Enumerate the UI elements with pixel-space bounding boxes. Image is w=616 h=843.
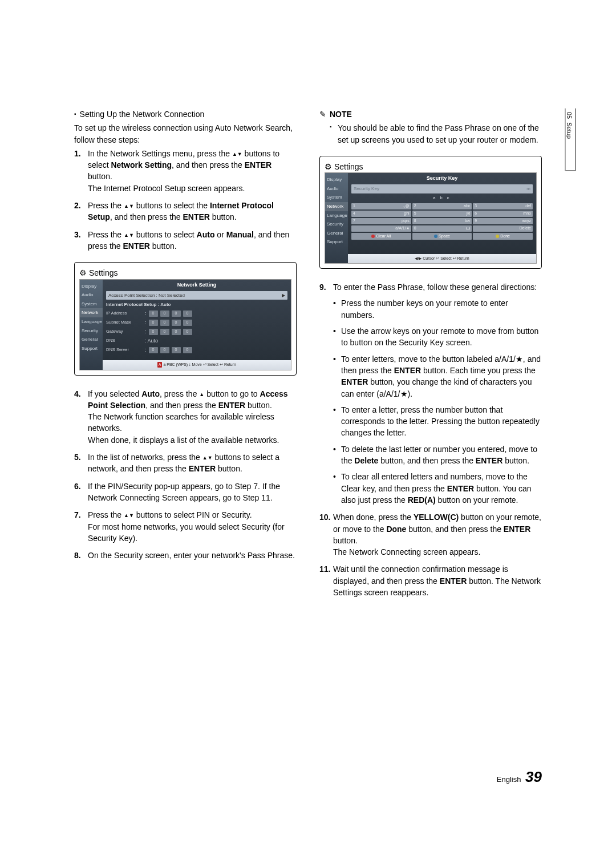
panel2-main: Security Key Security Keym a b c 1.,@2ab… [348, 173, 536, 263]
step-10: 10. When done, press the YELLOW(C) butto… [319, 511, 542, 558]
page-footer: English 39 [497, 768, 542, 786]
step-4: 4. If you selected Auto, press the ▲ but… [74, 388, 297, 446]
note-item: You should be able to find the Pass Phra… [330, 122, 542, 146]
settings-panel-network: ⚙ Settings Display Audio System Network … [74, 262, 297, 375]
keypad-key: 9wxyz [473, 218, 533, 224]
step-7: 7. Press the ▲▼ buttons to select PIN or… [74, 509, 297, 544]
keypad-key: 2abc [412, 203, 472, 209]
keypad-key: 6mno [473, 211, 533, 217]
note-heading: NOTE [319, 108, 542, 120]
step-6: 6. If the PIN/Security pop-up appears, g… [74, 481, 297, 504]
step-8: 8. On the Security screen, enter your ne… [74, 550, 297, 561]
keypad-key: 0⌴ [412, 225, 472, 232]
page-number: 39 [525, 768, 542, 785]
left-column: Setting Up the Network Connection To set… [74, 108, 297, 604]
step-11: 11. Wait until the connection confirmati… [319, 563, 542, 598]
settings-panel-security: ⚙ Settings Display Audio System Network … [319, 156, 542, 269]
keypad-key: 4ghi [351, 211, 411, 217]
step-3: 3. Press the ▲▼ buttons to select Auto o… [74, 229, 297, 252]
keypad-key: Delete [473, 225, 533, 232]
step-5: 5. In the list of networks, press the ▲▼… [74, 451, 297, 475]
footer-lang: English [497, 775, 521, 784]
chapter-num: 05 [566, 112, 573, 119]
panel1-main: Network Setting Access Point Selection :… [103, 280, 291, 370]
section-header: Setting Up the Network Connection [74, 108, 297, 120]
intro-text: To set up the wireless connection using … [74, 122, 297, 146]
side-tab: 05 Setup [565, 108, 576, 171]
keypad-key: 3def [473, 203, 533, 209]
step-2: 2. Press the ▲▼ buttons to select the In… [74, 200, 297, 223]
panel1-sidebar: Display Audio System Network Language Se… [80, 280, 103, 370]
step-1: 1. In the Network Settings menu, press t… [74, 148, 297, 194]
panel2-sidebar: Display Audio System Network Language Se… [325, 173, 348, 263]
chapter-label: Setup [566, 122, 573, 139]
keypad-key: 7pqrs [351, 218, 411, 224]
right-column: NOTE You should be able to find the Pass… [319, 108, 542, 604]
keypad-key: 1.,@ [351, 203, 411, 209]
keypad-key: 8tuv [412, 218, 472, 224]
step-9: 9. To enter the Pass Phrase, follow thes… [319, 281, 542, 506]
keypad-key: 5jkl [412, 211, 472, 217]
keypad-key: a/A/1/★ [351, 225, 411, 232]
